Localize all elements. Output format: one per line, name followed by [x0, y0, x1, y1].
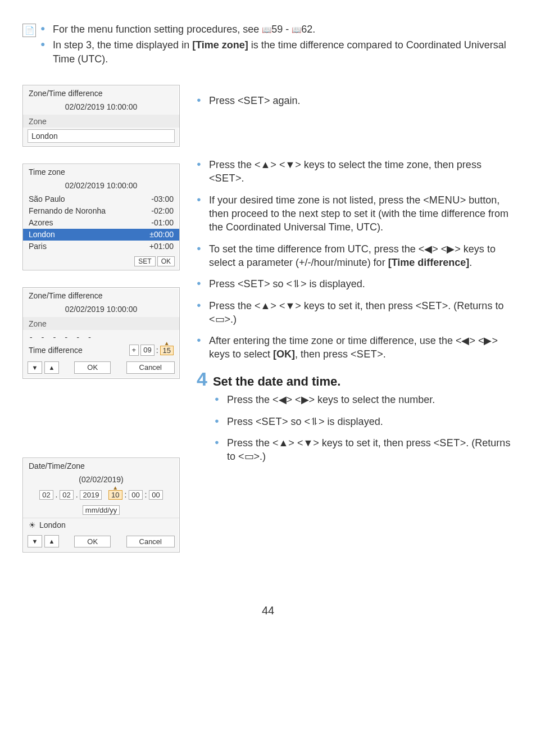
- minute-field[interactable]: 00: [129, 490, 142, 500]
- text: In step 3, the time displayed in: [53, 39, 192, 51]
- instruction: Press the <▲> <▼> keys to set it, then p…: [215, 436, 514, 464]
- ok-button[interactable]: OK: [74, 361, 111, 374]
- date-time-zone-dialog: Date/Time/Zone (02/02/2019) 02 . 02 . 20…: [22, 458, 180, 553]
- set-key-label: SET: [215, 173, 236, 184]
- cancel-button[interactable]: Cancel: [126, 361, 175, 374]
- second-field[interactable]: 00: [149, 490, 162, 500]
- tz-offset: -02:00: [151, 206, 174, 216]
- tz-offset: +01:00: [149, 241, 174, 252]
- text: > so <⥮> is displayed.: [264, 278, 365, 289]
- hour-field[interactable]: 09: [140, 345, 154, 356]
- time-difference-bold: [Time difference]: [388, 257, 470, 268]
- time-diff-label: Time difference: [29, 345, 83, 356]
- tz-row-selected[interactable]: London±00:00: [23, 229, 179, 241]
- dst-zone-row: ☀ London: [23, 518, 179, 532]
- ok-button[interactable]: OK: [74, 536, 111, 548]
- zone-label: Zone: [23, 115, 179, 128]
- colon: :: [156, 345, 158, 356]
- zone-time-diff-dialog-2: Zone/Time difference 02/02/2019 10:00:00…: [22, 287, 180, 379]
- instruction: Press <SET> again.: [197, 94, 514, 107]
- dialog-title: Zone/Time difference: [23, 288, 179, 303]
- month-field[interactable]: 02: [39, 490, 53, 500]
- text: >.: [235, 173, 244, 184]
- day-field[interactable]: 02: [60, 490, 73, 500]
- hour-field-active[interactable]: 10: [108, 490, 122, 500]
- tz-city: Azores: [29, 218, 53, 228]
- instruction: Press the <▲> <▼> keys to select the tim…: [197, 158, 514, 185]
- instruction: Press <SET> so <⥮> is displayed.: [215, 415, 514, 428]
- caret-up-icon: ▲: [164, 339, 170, 347]
- set-key-label: SET: [421, 300, 442, 311]
- zone-value: London: [39, 520, 66, 531]
- down-button[interactable]: ▼: [28, 535, 42, 547]
- text: Press the <▲> <▼> keys to set it, then p…: [209, 300, 421, 311]
- text: > so <⥮> is displayed.: [282, 416, 383, 427]
- dialog-title: Time zone: [23, 164, 179, 179]
- text: .: [469, 257, 472, 268]
- menu-key-label: MENU: [429, 194, 460, 206]
- instruction: After entering the time zone or time dif…: [197, 334, 514, 361]
- note-bullets: For the menu function setting procedures…: [40, 22, 514, 68]
- step-title: Set the date and time.: [213, 373, 340, 390]
- page-ref-1: 59: [271, 24, 283, 35]
- text: Press the <▲> <▼> keys to select the tim…: [209, 159, 482, 184]
- set-button[interactable]: SET: [134, 256, 155, 266]
- text: For the menu function setting procedures…: [53, 24, 262, 35]
- set-key-label: SET: [244, 278, 265, 289]
- date-format-field[interactable]: mm/dd/yy: [83, 505, 120, 515]
- tz-row[interactable]: Azores-01:00: [29, 217, 174, 229]
- time-diff-row: Time difference + 09: ▲15: [23, 342, 179, 358]
- tz-row[interactable]: São Paulo-03:00: [29, 193, 174, 205]
- dialog-datetime: 02/02/2019 10:00:00: [23, 101, 179, 115]
- note-icon: 📄: [22, 24, 36, 37]
- tz-row[interactable]: Paris+01:00: [29, 241, 174, 252]
- tz-city: São Paulo: [29, 194, 65, 205]
- text: Press <: [209, 95, 244, 106]
- instruction: Press <SET> so <⥮> is displayed.: [197, 277, 514, 291]
- instruction: If your desired time zone is not listed,…: [197, 193, 514, 234]
- set-key-label: SET: [244, 95, 265, 106]
- time-zone-list-dialog: Time zone 02/02/2019 10:00:00 São Paulo-…: [22, 164, 180, 270]
- dialog-date: (02/02/2019): [23, 473, 179, 487]
- note-line-1: For the menu function setting procedures…: [40, 22, 514, 36]
- dialog-title: Zone/Time difference: [23, 85, 179, 101]
- page-ref-icon: [262, 24, 271, 35]
- instruction: Press the <▲> <▼> keys to set it, then p…: [197, 299, 514, 327]
- zone-empty: - - - - - -: [23, 330, 179, 343]
- date-time-fields: 02 . 02 . 2019 ▲10 : 00 : 00: [23, 487, 179, 503]
- caret-up-icon: ▲: [112, 484, 118, 492]
- tz-row[interactable]: Fernando de Noronha-02:00: [29, 205, 174, 217]
- dst-icon: ☀: [29, 520, 36, 531]
- dialog-datetime: 02/02/2019 10:00:00: [23, 303, 179, 317]
- note-box: 📄 For the menu function setting procedur…: [22, 22, 514, 68]
- down-button[interactable]: ▼: [28, 361, 42, 374]
- text: .: [312, 24, 315, 35]
- set-key-label: SET: [357, 348, 378, 360]
- tz-city: London: [29, 229, 55, 240]
- year-field[interactable]: 2019: [80, 490, 102, 500]
- minute-field-active[interactable]: 15: [160, 346, 174, 355]
- text: > again.: [264, 95, 301, 106]
- tz-offset: ±00:00: [149, 229, 174, 240]
- time-zone-bold: [Time zone]: [192, 39, 248, 51]
- zone-time-diff-dialog-1: Zone/Time difference 02/02/2019 10:00:00…: [22, 85, 180, 147]
- text: Press <: [209, 278, 244, 289]
- set-key-label: SET: [262, 416, 283, 427]
- up-button[interactable]: ▲: [44, 361, 59, 374]
- up-button[interactable]: ▲: [44, 535, 59, 547]
- instruction: To set the time difference from UTC, pre…: [197, 242, 514, 270]
- text: Press the <▲> <▼> keys to set it, then p…: [227, 437, 439, 449]
- zone-value: London: [28, 129, 175, 143]
- tz-offset: -03:00: [151, 194, 174, 205]
- dialog-title: Date/Time/Zone: [23, 458, 179, 473]
- zone-label: Zone: [23, 317, 179, 330]
- step-number: 4: [197, 369, 207, 388]
- note-line-2: In step 3, the time displayed in [Time z…: [40, 38, 514, 66]
- tz-offset: -01:00: [151, 218, 174, 228]
- page-number: 44: [22, 603, 514, 618]
- cancel-button[interactable]: Cancel: [126, 536, 175, 548]
- timezone-list: São Paulo-03:00 Fernando de Noronha-02:0…: [23, 193, 179, 254]
- ok-button[interactable]: OK: [157, 256, 175, 266]
- tz-city: Paris: [29, 241, 47, 252]
- sign-field[interactable]: +: [129, 345, 139, 356]
